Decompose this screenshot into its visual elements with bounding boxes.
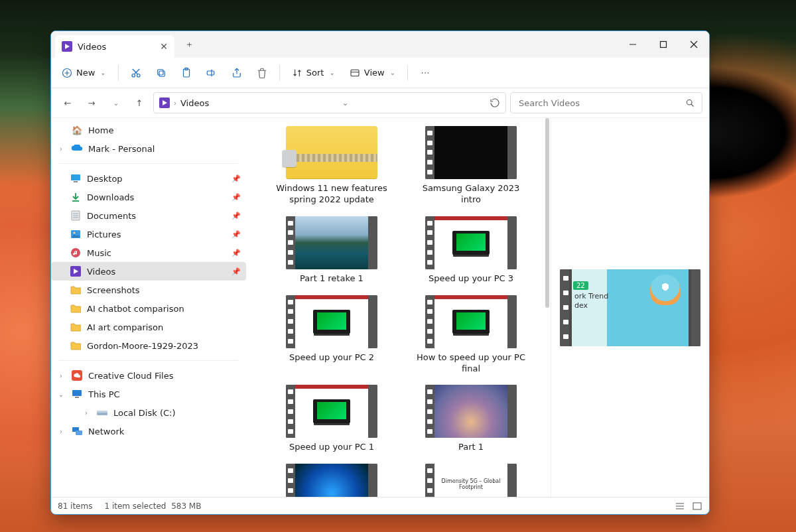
sidebar-item-downloads[interactable]: Downloads📌 <box>51 188 246 206</box>
expand-icon[interactable]: › <box>56 145 66 153</box>
expand-icon[interactable]: › <box>56 372 66 379</box>
preview-badge: 22 <box>573 281 588 290</box>
desktop-icon <box>70 174 82 183</box>
sidebar-item-desktop[interactable]: Desktop📌 <box>51 169 246 188</box>
sidebar-item-label: Downloads <box>87 192 134 202</box>
chevron-down-icon: ⌄ <box>390 69 395 76</box>
rename-button[interactable] <box>200 62 224 84</box>
video-thumbnail <box>425 126 517 179</box>
file-item[interactable]: Part 1 <box>401 381 541 460</box>
file-item[interactable]: Samsung Galaxy 2023 intro <box>401 122 541 212</box>
file-item[interactable]: Part 1 retake 1 <box>262 212 401 291</box>
sidebar-network[interactable]: › Network <box>51 422 246 440</box>
more-button[interactable]: ⋯ <box>413 62 437 84</box>
creative-cloud-icon <box>71 370 83 381</box>
expand-icon[interactable]: › <box>82 409 91 417</box>
chevron-right-icon: › <box>174 100 176 107</box>
new-button[interactable]: New ⌄ <box>55 62 113 84</box>
new-tab-button[interactable]: ＋ <box>178 34 200 55</box>
sidebar-item-documents[interactable]: Documents📌 <box>51 206 246 225</box>
view-icon <box>350 68 360 78</box>
navigation-pane[interactable]: 🏠 Home › Mark - Personal Desktop📌Downloa… <box>51 118 250 497</box>
breadcrumb-current[interactable]: Videos <box>180 98 209 108</box>
videos-library-icon <box>62 41 72 52</box>
back-button[interactable]: ← <box>58 93 78 113</box>
sidebar-item-pictures[interactable]: Pictures📌 <box>51 225 246 243</box>
recent-locations-button[interactable]: ⌄ <box>105 93 125 113</box>
file-item[interactable]: Windows 11 new features spring 2022 upda… <box>262 122 401 212</box>
sidebar-item-music[interactable]: Music📌 <box>51 243 246 262</box>
sidebar-creative-cloud[interactable]: › Creative Cloud Files <box>51 366 246 385</box>
sidebar-item-ai-chatbot-comparison[interactable]: AI chatbot comparison <box>51 299 246 318</box>
new-label: New <box>76 68 95 78</box>
share-button[interactable] <box>225 62 249 84</box>
sidebar-item-screenshots[interactable]: Screenshots <box>51 281 246 299</box>
file-item[interactable]: Speed up your PC 1 <box>262 381 401 460</box>
file-item[interactable]: How to speed up your PC final <box>401 291 541 381</box>
video-thumbnail <box>286 385 377 438</box>
tab-close-button[interactable]: ✕ <box>160 42 168 51</box>
file-item[interactable]: Amazon Appstore <box>262 460 401 497</box>
thumbnails-view-toggle[interactable] <box>692 501 702 511</box>
delete-button[interactable] <box>250 62 274 84</box>
video-thumbnail <box>286 464 377 497</box>
up-button[interactable]: ↑ <box>129 93 149 113</box>
maximize-button[interactable] <box>648 31 679 58</box>
details-view-toggle[interactable] <box>675 501 685 511</box>
video-thumbnail: Dimensity 5G – Global Footprint <box>425 464 517 497</box>
sidebar-this-pc[interactable]: ⌄ This PC <box>51 385 246 403</box>
pin-icon: 📌 <box>232 174 241 183</box>
copy-button[interactable] <box>149 62 173 84</box>
sidebar-item-label: AI art comparison <box>87 322 163 332</box>
status-size: 583 MB <box>171 501 201 511</box>
search-icon <box>685 98 695 108</box>
cut-button[interactable] <box>124 62 148 84</box>
video-thumbnail <box>425 216 517 269</box>
forward-button[interactable]: → <box>82 93 101 113</box>
search-input[interactable] <box>517 98 685 109</box>
file-item[interactable]: Dimensity 5G – Global Footprint2021-11-1… <box>401 460 541 497</box>
sidebar-label: Local Disk (C:) <box>113 408 175 418</box>
status-item-count: 81 items <box>58 501 92 511</box>
sidebar-divider <box>59 163 238 164</box>
scrollbar[interactable] <box>545 118 549 308</box>
titlebar[interactable]: Videos ✕ ＋ <box>51 31 709 58</box>
address-bar[interactable]: › Videos ⌄ <box>153 92 506 113</box>
sidebar-item-gordon-moore-1929-2023[interactable]: Gordon-Moore-1929-2023 <box>51 336 246 355</box>
refresh-button[interactable] <box>490 98 500 108</box>
sidebar-local-disk[interactable]: › Local Disk (C:) <box>51 403 246 422</box>
sort-label: Sort <box>306 68 324 78</box>
sidebar-item-videos[interactable]: Videos📌 <box>51 262 246 281</box>
preview-pane: 22 ork Trend dex <box>551 118 709 497</box>
close-window-button[interactable] <box>679 31 709 58</box>
search-box[interactable] <box>510 92 702 113</box>
command-toolbar: New ⌄ Sort ⌄ View ⌄ ⋯ <box>51 58 709 88</box>
svg-rect-27 <box>74 181 78 182</box>
video-thumbnail <box>425 385 517 438</box>
sidebar-divider <box>59 360 238 361</box>
preview-caption: dex <box>574 301 588 310</box>
collapse-icon[interactable]: ⌄ <box>56 391 66 398</box>
items-view[interactable]: Windows 11 new features spring 2022 upda… <box>250 118 551 497</box>
sidebar-item-label: Screenshots <box>87 285 140 295</box>
svg-rect-40 <box>75 397 79 398</box>
address-history-button[interactable]: ⌄ <box>342 98 349 107</box>
sidebar-item-label: Gordon-Moore-1929-2023 <box>87 341 198 351</box>
pictures-icon <box>70 230 82 239</box>
file-item[interactable]: Speed up your PC 3 <box>401 212 541 291</box>
view-button[interactable]: View ⌄ <box>343 62 402 84</box>
music-icon <box>70 247 82 258</box>
paste-button[interactable] <box>174 62 198 84</box>
sidebar-item-ai-art-comparison[interactable]: AI art comparison <box>51 318 246 336</box>
sort-button[interactable]: Sort ⌄ <box>285 62 342 84</box>
sidebar-home[interactable]: 🏠 Home <box>51 121 246 139</box>
screenshots-icon <box>70 285 82 295</box>
file-item[interactable]: Speed up your PC 2 <box>262 291 401 381</box>
expand-icon[interactable]: › <box>56 428 66 435</box>
minimize-button[interactable] <box>618 31 648 58</box>
tab-videos[interactable]: Videos ✕ <box>55 35 174 58</box>
svg-point-34 <box>74 232 76 234</box>
pin-icon: 📌 <box>232 212 241 220</box>
sidebar-onedrive[interactable]: › Mark - Personal <box>51 139 246 158</box>
documents-icon <box>70 210 82 221</box>
